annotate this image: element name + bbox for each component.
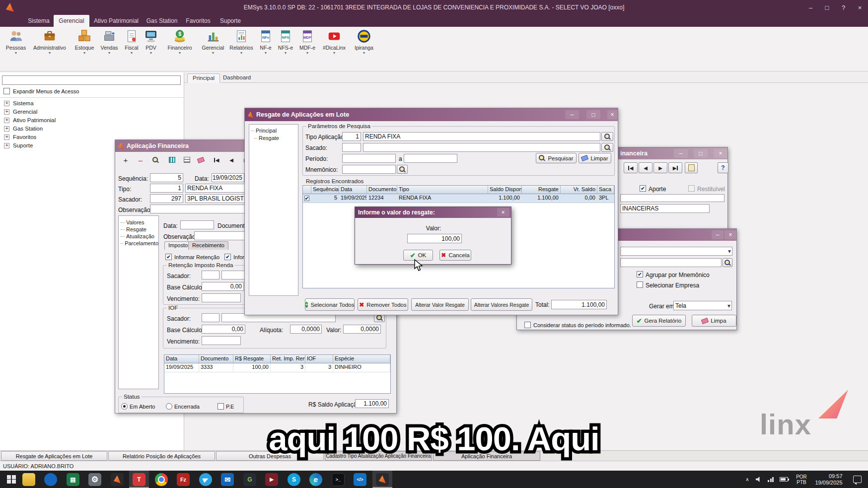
- w1-help-button[interactable]: ?: [718, 162, 728, 173]
- af-search-button[interactable]: [149, 154, 162, 166]
- tipo-aplicacao-desc-field[interactable]: RENDA FIXA: [363, 132, 600, 141]
- taskbtn-relatorio-posicao[interactable]: Relatório Posição de Aplicações: [108, 451, 215, 461]
- taskbar-app-telegram[interactable]: [196, 471, 216, 488]
- limpar-button[interactable]: Limpar: [579, 153, 611, 163]
- iof-sacador-num-field[interactable]: [202, 313, 219, 322]
- w1-nav-last-button[interactable]: ▶: [668, 162, 682, 173]
- taskbtn-aplicacao-financeira[interactable]: Aplicação Financeira: [433, 451, 540, 461]
- tray-chevron[interactable]: ∧: [743, 471, 752, 488]
- ribbon-item-estoque[interactable]: Estoque ▾: [72, 29, 97, 62]
- expand-icon[interactable]: [4, 126, 9, 132]
- taskbar-app-explorer[interactable]: [19, 471, 39, 488]
- column-header-resgate[interactable]: R$ Resgate: [233, 355, 271, 363]
- taskbar-app-edge[interactable]: [306, 471, 326, 488]
- menu-tab-ativo-patrimonial[interactable]: Ativo Patrimonial: [90, 15, 143, 27]
- pesquisar-button[interactable]: Pesquisar: [536, 153, 577, 163]
- w1-field-1[interactable]: [620, 194, 724, 202]
- af-sequencia-field[interactable]: 5: [150, 173, 183, 182]
- sacado-search-button[interactable]: [601, 143, 613, 152]
- tray-language[interactable]: PORPTB: [793, 471, 810, 488]
- column-header-tipo[interactable]: Tipo: [397, 186, 488, 194]
- expand-menus-checkbox[interactable]: [3, 88, 10, 94]
- taskbar-app-video[interactable]: [262, 471, 282, 488]
- status-pe-checkbox[interactable]: [217, 403, 224, 410]
- ribbon-item-pdv[interactable]: PDV ▾: [142, 29, 160, 62]
- dialog-ok-button[interactable]: ✔OK: [403, 250, 433, 261]
- af-columns-button[interactable]: [165, 154, 178, 166]
- taskbar-app-teamviewer[interactable]: [129, 471, 149, 488]
- app-help-button[interactable]: ?: [835, 0, 852, 15]
- rl-tree-principal[interactable]: Principal: [249, 127, 298, 135]
- status-encerrada-radio[interactable]: [166, 403, 172, 410]
- tree-item-gas-station[interactable]: Gas Station: [0, 125, 184, 133]
- w2-search-button[interactable]: [723, 258, 732, 267]
- column-header-data[interactable]: Data: [339, 186, 367, 194]
- af-clear-button[interactable]: [194, 154, 207, 166]
- af-tipo-num-field[interactable]: 1: [150, 184, 183, 193]
- w1-field-2[interactable]: INANCEIRAS: [620, 204, 710, 213]
- ribbon-item-ipiranga[interactable]: Ipiranga ▾: [350, 29, 378, 62]
- mnemonico-search-button[interactable]: [397, 165, 408, 174]
- ribbon-item-fiscal[interactable]: Fiscal ▾: [121, 29, 142, 62]
- taskbtn-cadastro-tipo-atualizacao[interactable]: Cadastro Tipo Atualização Aplicação Fina…: [325, 451, 432, 461]
- ret-vencimento-field[interactable]: [202, 293, 241, 302]
- tray-notifications[interactable]: [850, 471, 864, 488]
- tab-principal[interactable]: Principal: [187, 73, 220, 83]
- remover-todos-button[interactable]: ✖Remover Todos: [358, 298, 408, 311]
- taskbar-app-browser[interactable]: [41, 471, 61, 488]
- app-maximize-button[interactable]: □: [819, 0, 835, 15]
- taskbtn-resgate-lote[interactable]: Resgate de Aplicações em Lote: [1, 451, 107, 461]
- informar-retencao-checkbox[interactable]: [165, 254, 172, 260]
- tree-item-sistema[interactable]: Sistema: [0, 99, 184, 107]
- agrupar-mnemonico-checkbox[interactable]: [637, 271, 643, 278]
- w1-minimize-button[interactable]: –: [674, 149, 688, 158]
- iof-aliquota-field[interactable]: 0,0000: [290, 325, 322, 334]
- iof-vencimento-field[interactable]: [202, 336, 241, 345]
- af-tree-parcelamento[interactable]: Parcelamento: [119, 239, 158, 247]
- expand-icon[interactable]: [4, 118, 9, 123]
- ribbon-item-administrativo[interactable]: Administrativo ▾: [29, 29, 71, 62]
- mnemonico-field[interactable]: [342, 165, 396, 174]
- iof-base-calculo-field[interactable]: 0,00: [202, 325, 245, 334]
- rl-titlebar[interactable]: Resgate de Aplicações em Lote: [245, 108, 618, 121]
- selecionar-todos-button[interactable]: +Selecionar Todos: [305, 298, 355, 311]
- rl-minimize-button[interactable]: –: [565, 110, 579, 119]
- column-header-documento[interactable]: Documento: [199, 355, 233, 363]
- taskbar-app-filezilla[interactable]: [173, 471, 193, 488]
- expand-icon[interactable]: [4, 109, 9, 115]
- taskbar-app-terminal[interactable]: [328, 471, 348, 488]
- dialog-valor-input[interactable]: [407, 234, 462, 243]
- dialog-close-button[interactable]: ×: [497, 208, 509, 216]
- menu-tab-suporte[interactable]: Suporte: [216, 15, 245, 27]
- table-row[interactable]: 5 19/09/2025 12234 RENDA FIXA 1.100,00 1…: [303, 194, 614, 203]
- tray-volume-icon[interactable]: [754, 471, 764, 488]
- taskbar-app-call[interactable]: [284, 471, 304, 488]
- ribbon-item-nfe[interactable]: NFe NF-e ▾: [256, 29, 275, 62]
- w2-close-button[interactable]: ×: [724, 230, 736, 239]
- ribbon-item-nfse[interactable]: NFS NFS-e ▾: [275, 29, 296, 62]
- rl-maximize-button[interactable]: □: [586, 110, 600, 119]
- column-header-check[interactable]: [303, 186, 311, 194]
- taskbtn-outras-despesas[interactable]: Outras Despesas: [216, 451, 324, 461]
- restituivel-checkbox[interactable]: [688, 185, 695, 192]
- iof-valor-field[interactable]: 0,0000: [343, 325, 381, 334]
- total-field[interactable]: 1.100,00: [551, 300, 607, 309]
- gera-relatorio-button[interactable]: ✔Gera Relatório: [632, 315, 686, 327]
- ribbon-item-pessoas[interactable]: Pessoas ▾: [3, 29, 29, 62]
- w1-nav-next-button[interactable]: ▶: [653, 162, 667, 173]
- taskbar-app-vscode[interactable]: [350, 471, 370, 488]
- column-header-vr-saldo[interactable]: Vr. Saldo: [561, 186, 597, 194]
- column-header-resgate[interactable]: Resgate: [522, 186, 561, 194]
- tipo-aplicacao-search-button[interactable]: [601, 132, 613, 141]
- row-checkbox[interactable]: [304, 196, 309, 201]
- w1-maximize-button[interactable]: □: [694, 149, 708, 158]
- rl-close-button[interactable]: ×: [607, 110, 617, 119]
- ret-base-calculo-field[interactable]: 0,00: [202, 282, 244, 291]
- status-em-aberto-radio[interactable]: [121, 403, 128, 410]
- informar-iof-checkbox[interactable]: [224, 254, 231, 260]
- limpa-button[interactable]: Limpa: [692, 315, 736, 327]
- app-minimize-button[interactable]: –: [802, 0, 819, 15]
- ribbon-item-financeiro[interactable]: $ Financeiro ▾: [160, 29, 200, 62]
- expand-icon[interactable]: [4, 135, 9, 140]
- tree-item-gerencial[interactable]: Gerencial: [0, 108, 184, 116]
